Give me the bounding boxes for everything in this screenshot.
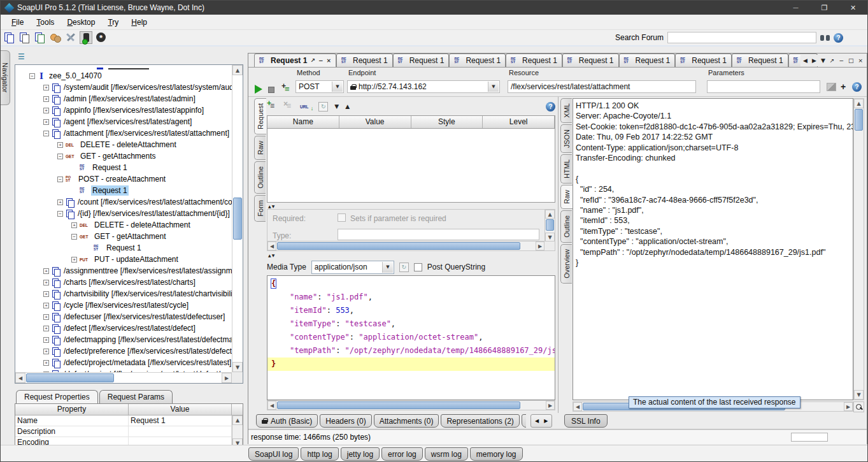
tab-request[interactable]: RESTRequest 1 (732, 54, 788, 67)
chevron-down-icon[interactable] (488, 82, 499, 92)
expand-icon[interactable]: + (43, 349, 49, 354)
close-icon[interactable]: × (858, 57, 863, 64)
scroll-up-icon[interactable]: ▲ (854, 99, 864, 108)
submit-request-icon[interactable] (255, 85, 262, 94)
tab-request[interactable]: RESTRequest 1 (562, 54, 619, 67)
collapse-icon[interactable]: − (57, 154, 63, 159)
scroll-up-icon[interactable]: ▲ (232, 415, 243, 425)
scroll-left-icon[interactable]: ◀ (267, 242, 276, 250)
tree-vertical-scrollbar[interactable]: ▲ ▼ (232, 65, 243, 372)
expand-icon[interactable]: + (43, 268, 49, 274)
add-param-icon[interactable] (267, 102, 277, 111)
move-down-icon[interactable]: ▼ (334, 103, 339, 110)
tab-memory-log[interactable]: memory log (470, 447, 523, 461)
tab-list-icon[interactable]: ▼ (821, 57, 825, 64)
search-forum-input[interactable] (667, 32, 816, 43)
scroll-right-icon[interactable]: ▶ (812, 57, 816, 64)
tree-item[interactable]: −POSTPOST - createAttachment (15, 173, 232, 185)
tree-item[interactable]: +/admin [/flex/services/rest/latest/admi… (15, 93, 232, 105)
scrollbar-thumb[interactable] (855, 109, 863, 131)
tab-representations-2-[interactable]: Representations (2) (441, 414, 519, 428)
scroll-down-icon[interactable]: ▼ (232, 362, 243, 372)
tab-attachments-0-[interactable]: Attachments (0) (374, 414, 439, 428)
scroll-right-icon[interactable]: ▶ (222, 373, 232, 383)
expand-icon[interactable]: + (43, 280, 49, 285)
collapse-icon[interactable]: − (71, 234, 77, 240)
tree-options-icon[interactable] (18, 53, 27, 61)
expand-icon[interactable]: + (71, 257, 77, 263)
float-icon[interactable]: ↗ (310, 57, 315, 64)
tree-item[interactable]: +PUTPUT - updateAttachment (15, 254, 232, 265)
tree-item[interactable]: +/count [/flex/services/rest/latest/atta… (15, 196, 232, 208)
editor-horizontal-scrollbar[interactable]: ◀ ▶ (267, 400, 555, 410)
tree-item[interactable]: +/defect/preference [/flex/services/rest… (15, 345, 232, 357)
add-icon[interactable]: + (841, 82, 846, 92)
tree-item[interactable]: +/assignmenttree [/flex/services/rest/la… (15, 265, 232, 277)
tab-html[interactable]: HTML (560, 154, 572, 184)
details-horizontal-scrollbar[interactable]: ◀ ▶ (267, 241, 544, 250)
delete-param-icon[interactable] (283, 102, 294, 111)
scrollbar-thumb[interactable] (277, 242, 520, 250)
endpoint-select[interactable]: http://52.74.143.162 (347, 80, 500, 93)
scroll-right-icon[interactable]: ▶ (536, 242, 544, 250)
post-querystring-checkbox[interactable] (414, 263, 422, 271)
type-select[interactable] (338, 229, 539, 240)
tab-wsrm-log[interactable]: wsrm log (425, 447, 468, 461)
expand-icon[interactable]: + (57, 199, 63, 205)
tree-item[interactable]: −/{id} [/flex/services/rest/latest/attac… (15, 208, 232, 219)
tab-jetty-log[interactable]: jetty log (341, 447, 380, 461)
tree-item[interactable]: −/attachment [/flex/services/rest/latest… (15, 127, 232, 139)
help-icon[interactable]: ? (852, 82, 862, 92)
tab-request[interactable]: RESTRequest 1 (619, 54, 676, 67)
expand-icon[interactable]: + (43, 291, 49, 297)
tree-item[interactable]: +/defectmapping [/flex/services/rest/lat… (15, 334, 232, 345)
splitter[interactable]: ▲▼ (267, 203, 555, 209)
recreate-body-icon[interactable] (399, 263, 409, 272)
magnifier-icon[interactable] (853, 401, 864, 412)
menu-try[interactable]: Try (102, 17, 124, 28)
request-body-editor[interactable]: { "name": "js1.pdf", "itemId": 553, "ite… (267, 275, 555, 400)
response-vertical-scrollbar[interactable]: ▲ ▼ (853, 98, 864, 400)
help-icon[interactable]: ? (834, 33, 843, 43)
tree-item[interactable]: +/agent [/flex/services/rest/latest/agen… (15, 116, 232, 127)
help-icon[interactable]: ? (546, 102, 555, 112)
tab-request[interactable]: RESTRequest 1 (675, 54, 732, 67)
tab-request[interactable]: RESTRequest 1 (506, 54, 562, 67)
chevron-down-icon[interactable] (382, 262, 393, 273)
chevron-down-icon[interactable] (332, 82, 343, 92)
tree-item[interactable]: −GETGET - getAttachment (15, 231, 232, 242)
tab-raw[interactable]: Raw (560, 185, 573, 209)
scroll-up-icon[interactable]: ▲ (232, 65, 243, 75)
cancel-request-icon[interactable] (268, 87, 274, 93)
tab-http-log[interactable]: http log (301, 447, 338, 461)
scroll-left-icon[interactable]: ◀ (267, 401, 276, 410)
table-row[interactable]: NameRequest 1 (15, 415, 243, 426)
tree-item[interactable]: +/charts [/flex/services/rest/latest/cha… (15, 277, 232, 288)
splitter[interactable]: ▲▼ (267, 252, 555, 258)
tab-outline[interactable]: Outline (254, 161, 266, 194)
float-icon[interactable]: ↗ (830, 57, 835, 64)
media-type-select[interactable]: application/json (311, 261, 394, 274)
resource-input[interactable]: /flex/services/rest/latest/attachment (508, 80, 696, 93)
move-up-icon[interactable]: ▲ (345, 103, 350, 110)
tree-item[interactable]: +DELDELETE - deleteAttachment (15, 139, 232, 150)
menu-help[interactable]: Help (125, 17, 153, 28)
recreate-params-icon[interactable] (318, 102, 328, 112)
tree-horizontal-scrollbar[interactable]: ◀ ▶ (15, 372, 232, 383)
ssl-info-tab[interactable]: SSL Info (564, 414, 608, 428)
scroll-left-icon[interactable]: ◀ (535, 418, 539, 424)
response-content[interactable]: HTTP/1.1 200 OKServer: Apache-Coyote/1.1… (573, 98, 853, 400)
tab-headers-0-[interactable]: Headers (0) (320, 414, 371, 428)
method-select[interactable]: POST (295, 80, 344, 93)
tree-item[interactable]: +/defectuser [/flex/services/rest/latest… (15, 311, 232, 322)
extract-params-icon[interactable]: URL (300, 105, 312, 109)
expand-icon[interactable]: + (43, 303, 49, 308)
tree-item[interactable]: +/appinfo [/flex/services/rest/latest/ap… (15, 105, 232, 116)
tab-request-params[interactable]: Request Params (99, 390, 173, 403)
scrollbar-thumb[interactable] (233, 198, 242, 240)
revert-icon[interactable] (827, 83, 836, 91)
tree-item[interactable]: −Izee_5.0_14070 (15, 70, 232, 82)
collapse-icon[interactable]: − (57, 211, 63, 217)
scroll-left-icon[interactable]: ◀ (803, 57, 808, 64)
tab-json[interactable]: JSON (560, 124, 572, 153)
